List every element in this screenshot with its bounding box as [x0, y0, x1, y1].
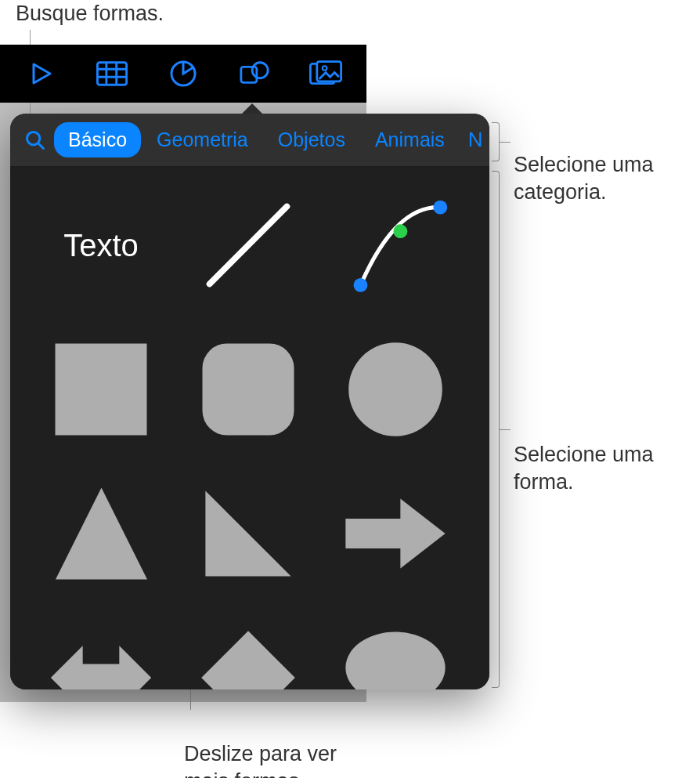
svg-point-19	[348, 342, 442, 436]
svg-point-15	[393, 224, 407, 238]
shape-rounded-square[interactable]	[193, 335, 303, 444]
shape-text-label: Texto	[63, 228, 139, 263]
svg-line-12	[38, 143, 44, 148]
svg-rect-17	[56, 344, 147, 436]
shape-triangle[interactable]	[46, 479, 156, 588]
tab-overflow[interactable]: N	[460, 121, 483, 158]
search-icon[interactable]	[18, 125, 52, 156]
tab-animais[interactable]: Animais	[361, 122, 459, 157]
svg-point-25	[345, 631, 445, 689]
callout-search: Busque formas.	[16, 0, 164, 27]
table-icon[interactable]	[93, 55, 131, 92]
svg-marker-22	[345, 498, 445, 568]
callout-shape-bracket	[492, 171, 500, 688]
svg-marker-23	[51, 646, 151, 689]
callout-category: Selecione uma categoria.	[514, 124, 654, 206]
shape-speech-bubble[interactable]	[341, 623, 450, 689]
shape-right-triangle[interactable]	[193, 479, 303, 588]
svg-point-7	[252, 63, 268, 78]
tab-geometria[interactable]: Geometria	[143, 122, 262, 157]
svg-marker-24	[201, 631, 295, 689]
callout-shape-text: Selecione uma forma.	[514, 443, 654, 494]
popover-arrow	[241, 103, 263, 114]
shape-diamond[interactable]	[193, 623, 303, 689]
shapes-icon[interactable]	[236, 55, 273, 92]
shapes-popover: Básico Geometria Objetos Animais N Texto	[10, 114, 489, 689]
play-icon[interactable]	[22, 55, 60, 92]
callout-search-text: Busque formas.	[16, 2, 164, 25]
svg-point-16	[433, 201, 447, 215]
shapes-grid: Texto	[10, 167, 489, 689]
callout-category-hline	[500, 142, 511, 143]
shape-arrow-double[interactable]	[46, 623, 156, 689]
main-toolbar	[0, 45, 366, 103]
svg-rect-0	[97, 63, 126, 85]
svg-line-13	[210, 207, 287, 284]
media-icon[interactable]	[307, 55, 345, 92]
callout-shape-hline	[500, 429, 511, 430]
callout-shape: Selecione uma forma.	[514, 414, 654, 496]
callout-category-text: Selecione uma categoria.	[514, 153, 654, 204]
callout-category-bracket	[492, 122, 500, 161]
shape-line[interactable]	[193, 190, 303, 300]
tab-basico[interactable]: Básico	[54, 122, 141, 157]
svg-point-14	[354, 278, 368, 292]
callout-swipe: Deslize para ver mais formas.	[184, 713, 337, 778]
shape-square[interactable]	[46, 335, 156, 444]
shape-circle[interactable]	[341, 335, 450, 444]
shape-bezier[interactable]	[341, 190, 450, 300]
shape-arrow-right[interactable]	[341, 479, 450, 588]
tab-objetos[interactable]: Objetos	[264, 122, 359, 157]
shape-text[interactable]: Texto	[46, 190, 156, 300]
category-bar: Básico Geometria Objetos Animais N	[10, 114, 489, 167]
svg-marker-20	[56, 488, 147, 580]
chart-icon[interactable]	[164, 55, 202, 92]
svg-marker-21	[205, 490, 290, 576]
svg-rect-18	[203, 344, 294, 436]
callout-swipe-text: Deslize para ver mais formas.	[184, 742, 337, 778]
